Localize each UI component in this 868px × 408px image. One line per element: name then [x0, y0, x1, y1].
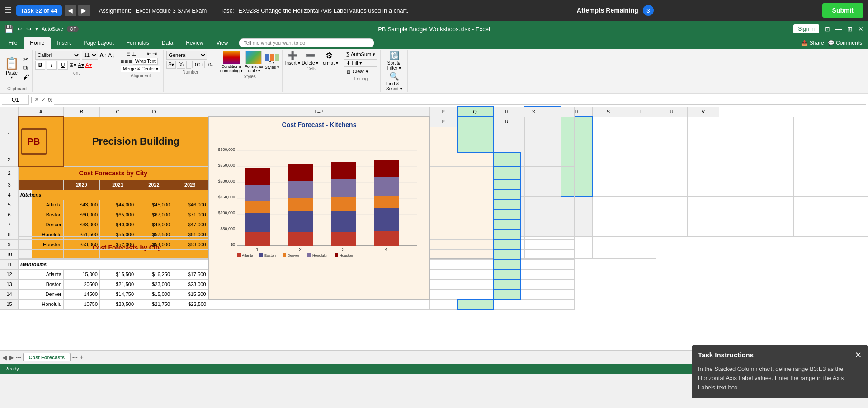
font-color-button[interactable]: A▾: [85, 62, 92, 68]
sheet-nav-right[interactable]: ▶: [9, 354, 14, 361]
tab-data[interactable]: Data: [156, 37, 179, 49]
ribbon-search-area: [234, 37, 801, 49]
save-icon[interactable]: 💾: [5, 25, 14, 33]
styles-label: Styles: [244, 74, 256, 79]
sheet-nav-left[interactable]: ◀: [2, 354, 7, 361]
svg-rect-92: [259, 253, 263, 257]
cell-styles-button[interactable]: CellStyles ▾: [265, 54, 279, 70]
editing-group: ∑ AutoSum ▾ ⬇ Fill ▾ 🗑 Clear ▾ Editing: [341, 50, 381, 92]
sort-filter-button[interactable]: 🔃 Sort &Filter ▾: [386, 51, 402, 70]
formula-cancel-icon[interactable]: ✕: [34, 96, 39, 103]
customize-icon[interactable]: ▾: [35, 26, 38, 32]
wrap-text-button[interactable]: Wrap Text: [133, 58, 158, 65]
formula-confirm-icon[interactable]: ✓: [41, 96, 46, 103]
tab-insert[interactable]: Insert: [51, 37, 77, 49]
copy-button[interactable]: ⧉: [23, 64, 29, 72]
table-row: 1 PB Precision Building Cost Forecast - …: [0, 117, 575, 153]
chart-svg[interactable]: Cost Forecast - Kitchens $0 $50,000 $100…: [209, 117, 429, 257]
tab-formulas[interactable]: Formulas: [120, 37, 156, 49]
align-middle-button[interactable]: ⊟: [126, 51, 131, 57]
year-2022: 2022: [136, 180, 172, 190]
comments-button[interactable]: 💬 Comments: [828, 40, 862, 46]
share-button[interactable]: 📤 Share: [801, 40, 824, 46]
align-right-button[interactable]: ≡: [129, 58, 132, 65]
svg-rect-74: [288, 181, 313, 198]
close-icon[interactable]: ✕: [858, 25, 863, 33]
conditional-formatting-button[interactable]: ConditionalFormatting ▾: [220, 51, 243, 73]
find-select-button[interactable]: 🔍 Find &Select ▾: [386, 71, 402, 91]
task-value: EX9238 Change the Horizontal Axis Label …: [238, 7, 408, 14]
font-label: Font: [71, 70, 80, 75]
restore-window-icon[interactable]: ⊡: [825, 25, 830, 33]
underline-button[interactable]: U: [58, 61, 68, 70]
merge-center-button[interactable]: Merge & Center ▾: [121, 66, 160, 72]
nav-prev-button[interactable]: ◀: [65, 5, 76, 16]
decrease-font-button[interactable]: A↓: [108, 52, 115, 59]
align-bottom-button[interactable]: ⊥: [132, 51, 136, 57]
task-info: Task: EX9238 Change the Horizontal Axis …: [220, 7, 408, 14]
tab-page-layout[interactable]: Page Layout: [77, 37, 120, 49]
fill-color-button[interactable]: A▾: [78, 62, 84, 68]
undo-icon[interactable]: ↩: [17, 25, 23, 33]
paste-button[interactable]: 📋 Paste ▾: [5, 56, 19, 80]
italic-button[interactable]: I: [47, 61, 57, 70]
clear-button[interactable]: 🗑 Clear ▾: [344, 68, 378, 75]
tab-review[interactable]: Review: [179, 37, 210, 49]
city-atlanta: Atlanta: [19, 200, 64, 210]
dollar-button[interactable]: $▾: [166, 61, 176, 69]
comma-button[interactable]: ,: [186, 61, 191, 69]
borders-button[interactable]: ⊞▾: [69, 62, 76, 68]
svg-text:3: 3: [342, 247, 344, 252]
insert-cells-button[interactable]: ➕ Insert ▾: [285, 51, 300, 66]
cell-reference-input[interactable]: [2, 95, 29, 105]
font-size-select[interactable]: 11: [82, 51, 98, 60]
delete-cells-button[interactable]: ➖ Delete ▾: [302, 51, 319, 66]
title-bar-right: Sign in ⊡ — ⊞ ✕: [793, 24, 863, 33]
font-family-select[interactable]: Calibri: [35, 51, 80, 60]
decimal-decrease-button[interactable]: .0-: [206, 61, 214, 68]
task-panel-title: Task Instructions: [698, 351, 754, 359]
top-bar: ☰ Task 32 of 44 ◀ ▶ Assignment: Excel Mo…: [0, 0, 868, 21]
cut-button[interactable]: ✂: [23, 56, 29, 63]
svg-rect-96: [307, 253, 311, 257]
formula-input[interactable]: [54, 95, 866, 105]
sheet-wrapper[interactable]: A B C D E F G H I J K L M N O P Q: [0, 106, 868, 350]
increase-font-button[interactable]: A↑: [99, 52, 107, 59]
sign-in-button[interactable]: Sign in: [793, 24, 819, 33]
indent-increase-button[interactable]: ⇥: [152, 51, 157, 57]
format-cells-button[interactable]: ⚙ Format ▾: [320, 51, 338, 66]
tab-file[interactable]: File: [2, 37, 24, 49]
autosum-button[interactable]: ∑ AutoSum ▾: [344, 51, 378, 58]
decimal-increase-button[interactable]: .00+: [192, 61, 205, 68]
spreadsheet-area: A B C D E F G H I J K L M N O P Q: [0, 106, 868, 350]
percent-button[interactable]: %: [177, 61, 185, 69]
submit-button[interactable]: Submit: [822, 3, 863, 18]
task-panel-close-button[interactable]: ✕: [855, 350, 862, 360]
number-group: General $▾ % , .00+ .0- Number: [164, 50, 217, 92]
ribbon-search-input[interactable]: [239, 38, 374, 47]
format-painter-button[interactable]: 🖌: [23, 73, 29, 80]
cells-group: ➕ Insert ▾ ➖ Delete ▾ ⚙ Format ▾ Cells: [283, 50, 341, 92]
tab-view[interactable]: View: [210, 37, 235, 49]
redo-icon[interactable]: ↪: [26, 25, 32, 33]
sheet-more-icon[interactable]: •••: [16, 355, 21, 360]
maximize-icon[interactable]: ⊞: [847, 25, 853, 33]
format-as-table-button[interactable]: Format asTable ▾: [245, 51, 263, 73]
align-center-button[interactable]: ≡: [125, 58, 128, 65]
nav-next-button[interactable]: ▶: [78, 5, 90, 16]
indent-decrease-button[interactable]: ⇤: [147, 51, 151, 57]
sheet-tab-cost-forecasts[interactable]: Cost Forecasts: [23, 353, 71, 361]
number-format-select[interactable]: General: [166, 51, 207, 60]
add-sheet-icon[interactable]: +: [80, 353, 84, 361]
bold-button[interactable]: B: [35, 61, 45, 70]
fill-button[interactable]: ⬇ Fill ▾: [344, 59, 378, 67]
align-top-button[interactable]: ⊤: [121, 51, 125, 57]
dots-icon[interactable]: •••: [72, 355, 78, 360]
cells-label: Cells: [307, 66, 316, 71]
align-left-button[interactable]: ≡: [121, 58, 124, 65]
svg-text:Boston: Boston: [264, 253, 276, 257]
clipboard-label: Clipboard: [7, 86, 27, 91]
hamburger-icon[interactable]: ☰: [5, 5, 12, 15]
minimize-icon[interactable]: —: [835, 25, 842, 33]
tab-home[interactable]: Home: [24, 37, 51, 49]
